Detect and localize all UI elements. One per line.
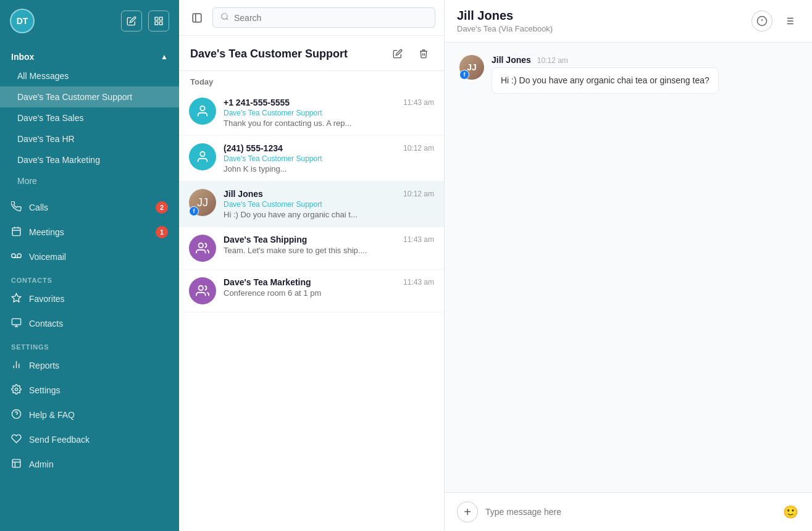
contact-name: Jill Jones — [457, 9, 553, 23]
conv-name: (241) 555-1234 — [224, 143, 283, 153]
message-row: JJ f Jill Jones 10:12 am Hi :) Do you ha… — [459, 55, 797, 94]
conv-inbox: Dave's Tea Customer Support — [224, 109, 434, 117]
conv-top: Jill Jones 10:12 am — [224, 189, 434, 199]
svg-point-8 — [12, 254, 15, 257]
conv-preview: John K is typing... — [224, 164, 434, 174]
conv-top: +1 241-555-5555 11:43 am — [224, 98, 434, 107]
chevron-up-icon: ▲ — [161, 52, 168, 61]
message-content: Jill Jones 10:12 am Hi :) Do you have an… — [492, 55, 719, 94]
grid-button[interactable] — [148, 10, 169, 31]
compose-button[interactable] — [121, 10, 142, 31]
contacts-label: Contacts — [29, 319, 63, 328]
svg-rect-3 — [159, 22, 162, 25]
message-time: 10:12 am — [537, 56, 568, 65]
sidebar-item-contacts[interactable]: Contacts — [0, 311, 179, 336]
favorites-icon — [11, 293, 22, 305]
add-attachment-button[interactable]: + — [457, 501, 478, 522]
sidebar-item-settings[interactable]: Settings — [0, 378, 179, 403]
sidebar-header-icons — [121, 10, 169, 31]
conversation-item[interactable]: Dave's Tea Shipping 11:43 am Team. Let's… — [179, 227, 444, 270]
settings-label: Settings — [29, 385, 61, 395]
voicemail-icon — [11, 251, 22, 263]
conv-inbox: Dave's Tea Customer Support — [224, 154, 434, 163]
sidebar-item-voicemail[interactable]: Voicemail — [0, 245, 179, 269]
right-header: Jill Jones Dave's Tea (Via Facebook) — [445, 0, 812, 43]
message-area: JJ f Jill Jones 10:12 am Hi :) Do you ha… — [445, 43, 812, 492]
svg-point-28 — [200, 106, 204, 111]
conv-time: 10:12 am — [403, 190, 434, 198]
delete-inbox-button[interactable] — [414, 44, 433, 63]
svg-rect-21 — [12, 459, 20, 467]
conversation-item[interactable]: +1 241-555-5555 11:43 am Dave's Tea Cust… — [179, 90, 444, 136]
middle-header — [179, 0, 444, 36]
reports-label: Reports — [29, 361, 59, 370]
conv-time: 11:43 am — [403, 278, 434, 286]
sidebar-item-calls[interactable]: Calls 2 — [0, 195, 179, 220]
conv-content: Dave's Tea Marketing 11:43 am Conference… — [224, 277, 434, 298]
inbox-title-bar: Dave's Tea Customer Support — [179, 36, 444, 71]
contact-via: Dave's Tea (Via Facebook) — [457, 24, 553, 33]
conv-preview: Thank you for contacting us. A rep... — [224, 119, 434, 128]
conv-name: Jill Jones — [224, 189, 263, 199]
sidebar-item-daves-tea-sales[interactable]: Dave's Tea Sales — [0, 107, 179, 128]
filter-button[interactable] — [779, 10, 800, 31]
meetings-label: Meetings — [29, 227, 64, 237]
collapse-button[interactable] — [188, 9, 206, 27]
sidebar-item-daves-tea-marketing[interactable]: Dave's Tea Marketing — [0, 149, 179, 170]
conv-preview: Hi :) Do you have any organic chai t... — [224, 210, 434, 219]
sidebar-scroll: Inbox ▲ All Messages Dave's Tea Customer… — [0, 42, 179, 531]
sidebar-item-more[interactable]: More — [0, 170, 179, 191]
middle-panel: Dave's Tea Customer Support Today — [179, 0, 445, 531]
feedback-icon — [11, 433, 22, 446]
sidebar-item-help[interactable]: Help & FAQ — [0, 403, 179, 427]
calls-icon — [11, 201, 22, 214]
conv-avatar: JJ f — [189, 189, 216, 216]
conv-content: Dave's Tea Shipping 11:43 am Team. Let's… — [224, 235, 434, 255]
svg-rect-2 — [155, 22, 158, 25]
conversation-item[interactable]: (241) 555-1234 10:12 am Dave's Tea Custo… — [179, 136, 444, 182]
sidebar-item-daves-tea-hr[interactable]: Dave's Tea HR — [0, 128, 179, 149]
message-input[interactable] — [485, 507, 774, 517]
sidebar-item-reports[interactable]: Reports — [0, 353, 179, 378]
sidebar-item-daves-tea-support[interactable]: Dave's Tea Customer Support — [0, 86, 179, 107]
conversation-item[interactable]: JJ f Jill Jones 10:12 am Dave's Tea Cust… — [179, 182, 444, 227]
conv-content: (241) 555-1234 10:12 am Dave's Tea Custo… — [224, 143, 434, 174]
avatar[interactable]: DT — [10, 9, 35, 33]
message-avatar-wrap: JJ f — [459, 55, 484, 80]
conv-time: 11:43 am — [403, 98, 434, 107]
sidebar-item-meetings[interactable]: Meetings 1 — [0, 220, 179, 245]
conversation-item[interactable]: Dave's Tea Marketing 11:43 am Conference… — [179, 270, 444, 312]
conv-name: Dave's Tea Shipping — [224, 235, 307, 245]
emoji-button[interactable]: 🙂 — [781, 503, 800, 521]
message-sender: Jill Jones — [492, 55, 531, 65]
conv-top: Dave's Tea Marketing 11:43 am — [224, 277, 434, 287]
meetings-badge: 1 — [156, 226, 168, 238]
svg-rect-12 — [12, 319, 20, 325]
search-input[interactable] — [234, 13, 427, 23]
favorites-label: Favorites — [29, 294, 65, 304]
sidebar-item-feedback[interactable]: Send Feedback — [0, 427, 179, 452]
settings-icon — [11, 384, 22, 396]
conv-preview: Conference room 6 at 1 pm — [224, 288, 434, 298]
conv-top: Dave's Tea Shipping 11:43 am — [224, 235, 434, 245]
conv-inbox: Dave's Tea Customer Support — [224, 200, 434, 209]
conv-name: Dave's Tea Marketing — [224, 277, 311, 287]
conv-avatar — [189, 277, 216, 304]
svg-point-30 — [199, 243, 203, 248]
sidebar-item-all-messages[interactable]: All Messages — [0, 65, 179, 86]
inbox-label: Inbox — [11, 52, 34, 62]
svg-point-9 — [17, 254, 21, 257]
conv-top: (241) 555-1234 10:12 am — [224, 143, 434, 153]
conv-time: 11:43 am — [403, 235, 434, 244]
voicemail-label: Voicemail — [29, 252, 66, 262]
search-icon — [220, 12, 229, 23]
info-button[interactable] — [751, 10, 772, 31]
conv-time: 10:12 am — [403, 144, 434, 153]
edit-inbox-button[interactable] — [388, 44, 407, 63]
sidebar-item-favorites[interactable]: Favorites — [0, 286, 179, 311]
search-box[interactable] — [212, 7, 435, 28]
settings-section-label: SETTINGS — [0, 336, 179, 353]
calls-label: Calls — [29, 203, 48, 212]
inbox-section-header[interactable]: Inbox ▲ — [0, 46, 179, 65]
sidebar-item-admin[interactable]: Admin — [0, 452, 179, 477]
